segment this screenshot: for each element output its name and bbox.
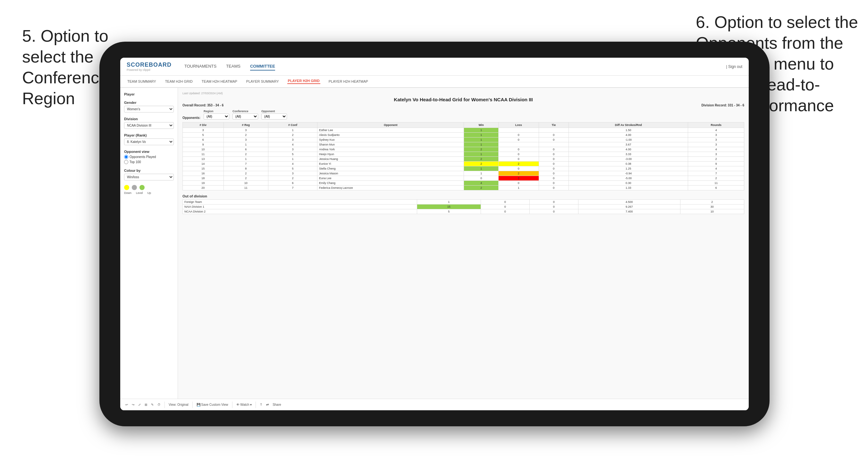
last-updated: Last Updated: 27/03/2024 (AM) xyxy=(182,92,744,95)
col-opponent: Opponent xyxy=(317,122,464,128)
conference-filter-label: Conference xyxy=(232,110,258,113)
filter-row: Opponents: Region (All) Conference (All) xyxy=(182,110,744,120)
division-record: Division Record: 331 - 34 - 6 xyxy=(702,103,744,107)
table-row: 1585Stella Cheng 1001.254 xyxy=(183,166,744,171)
table-row: 331Esther Lee 11.504 xyxy=(183,128,744,133)
division-select[interactable]: NCAA Division III xyxy=(124,122,174,129)
table-row: NCAA Division 2 5007.40010 xyxy=(183,209,744,214)
sub-nav-team-h2h-heatmap[interactable]: TEAM H2H HEATMAP xyxy=(201,80,238,83)
gender-select[interactable]: Women's xyxy=(124,106,174,113)
table-row: 914Sharon Mun 13.673 xyxy=(183,142,744,147)
nav-links: TOURNAMENTS TEAMS COMMITTEE xyxy=(184,62,726,70)
sub-nav-team-h2h-grid[interactable]: TEAM H2H GRID xyxy=(164,80,193,83)
toolbar-divider-1 xyxy=(164,402,165,408)
logo-text: SCOREBOARD xyxy=(127,62,172,68)
col-win: Win xyxy=(464,122,499,128)
opponents-played-radio[interactable] xyxy=(124,155,128,159)
top-100-label: Top 100 xyxy=(129,160,141,164)
tablet-screen: SCOREBOARD Powered by clippd TOURNAMENTS… xyxy=(120,58,749,410)
toolbar-save-custom-view[interactable]: 💾 Save Custom View xyxy=(196,403,228,406)
toolbar-divider-3 xyxy=(232,402,232,408)
opponent-filter-label: Opponent xyxy=(261,110,287,113)
overall-record: Overall Record: 353 - 34 - 6 xyxy=(182,103,223,107)
table-row: Foreign Team 1004.5002 xyxy=(183,200,744,205)
col-conf: # Conf xyxy=(268,122,317,128)
nav-bar: SCOREBOARD Powered by clippd TOURNAMENTS… xyxy=(120,58,749,75)
toolbar-export[interactable]: ⤒ xyxy=(260,403,262,406)
sub-nav-player-h2h-heatmap[interactable]: PLAYER H2H HEATMAP xyxy=(328,80,369,83)
table-row: 1311Jessica Huang 200-3.002 xyxy=(183,157,744,161)
sidebar-player-rank-label: Player (Rank) xyxy=(124,133,174,137)
table-row: 633Sydney Kuo 100-1.003 xyxy=(183,137,744,142)
table-row: NAIA Division 1 15009.26730 xyxy=(183,205,744,209)
legend-label-level: Level xyxy=(136,191,143,194)
opponent-filter-select[interactable]: (All) xyxy=(261,114,287,120)
sub-nav-player-summary[interactable]: PLAYER SUMMARY xyxy=(246,80,280,83)
out-of-division-title: Out of division xyxy=(182,194,744,198)
toolbar-view-original[interactable]: View: Original xyxy=(169,403,189,406)
out-of-division-table: Foreign Team 1004.5002 NAIA Division 1 1… xyxy=(182,199,744,214)
table-row: 20117Federica Domecq Lacroze 2101.336 xyxy=(183,186,744,190)
legend xyxy=(124,185,174,190)
toolbar-watch[interactable]: 👁 Watch ▾ xyxy=(236,403,252,406)
sub-nav-player-h2h-grid[interactable]: PLAYER H2H GRID xyxy=(287,79,320,84)
table-row: 1822Euna Lee 030-5.002 xyxy=(183,176,744,181)
h2h-table: # Div # Reg # Conf Opponent Win Loss Tie… xyxy=(182,122,744,190)
opponent-view-label: Opponent view xyxy=(124,150,174,154)
legend-label-down: Down xyxy=(124,191,131,194)
toolbar-divider-4 xyxy=(255,402,256,408)
nav-committee[interactable]: COMMITTEE xyxy=(250,62,275,70)
table-row: 1474Eunice Yi 2200.389 xyxy=(183,161,744,166)
conference-filter-select[interactable]: (All) xyxy=(232,114,258,120)
sidebar-player-label: Player xyxy=(124,92,174,96)
legend-dot-up xyxy=(140,185,145,190)
scoreboard-logo: SCOREBOARD Powered by clippd xyxy=(127,62,172,71)
col-diff: Diff Av Strokes/Rnd xyxy=(569,122,688,128)
toolbar-grid[interactable]: ⊞ xyxy=(145,403,147,406)
toolbar-redo-step[interactable]: ↪ xyxy=(132,403,134,406)
col-reg: # Reg xyxy=(223,122,268,128)
nav-tournaments[interactable]: TOURNAMENTS xyxy=(184,62,216,70)
legend-dot-level xyxy=(132,185,137,190)
bottom-toolbar: ↩ ↪ ⤢ ⊞ ✎ ⏱ View: Original 💾 Save Custom… xyxy=(120,399,749,410)
toolbar-compare[interactable]: ⇄ xyxy=(266,403,269,406)
col-loss: Loss xyxy=(498,122,539,128)
sidebar: Player Gender Women's Division NCAA Divi… xyxy=(120,88,178,399)
grid-title: Katelyn Vo Head-to-Head Grid for Women's… xyxy=(182,97,744,102)
toolbar-divider-2 xyxy=(192,402,193,408)
sidebar-division-label: Division xyxy=(124,117,174,121)
top-100-radio[interactable] xyxy=(124,160,128,164)
table-row: 19106Emily Chang 4000.3011 xyxy=(183,181,744,186)
table-row: 522Alexis Sudjianto 1004.003 xyxy=(183,133,744,137)
region-filter-label: Region xyxy=(204,110,229,113)
nav-teams[interactable]: TEAMS xyxy=(226,62,241,70)
conference-filter-group: Conference (All) xyxy=(232,110,258,120)
opponent-filter-group: Opponent (All) xyxy=(261,110,287,120)
region-filter-group: Region (All) xyxy=(204,110,229,120)
logo-subtext: Powered by clippd xyxy=(127,68,172,71)
legend-dot-down xyxy=(124,185,129,190)
table-row: 1125Heejo Hyun 1003.333 xyxy=(183,152,744,157)
sidebar-gender-label: Gender xyxy=(124,101,174,104)
col-tie: Tie xyxy=(539,122,569,128)
toolbar-expand[interactable]: ⤢ xyxy=(138,403,141,406)
data-area: Last Updated: 27/03/2024 (AM) Katelyn Vo… xyxy=(178,88,749,399)
colour-by-select[interactable]: Win/loss xyxy=(124,174,174,181)
region-filter-select[interactable]: (All) xyxy=(204,114,229,120)
col-div: # Div xyxy=(183,122,224,128)
legend-label-up: Up xyxy=(148,191,151,194)
player-rank-select[interactable]: 8. Katelyn Vo xyxy=(124,138,174,145)
nav-sign-out[interactable]: | Sign out xyxy=(726,64,742,69)
sub-nav-team-summary[interactable]: TEAM SUMMARY xyxy=(127,80,157,83)
toolbar-clock[interactable]: ⏱ xyxy=(157,403,161,406)
tablet-frame: SCOREBOARD Powered by clippd TOURNAMENTS… xyxy=(99,42,770,426)
toolbar-undo[interactable]: ↩ xyxy=(125,403,128,406)
main-content: Player Gender Women's Division NCAA Divi… xyxy=(120,88,749,399)
toolbar-share[interactable]: Share xyxy=(273,403,281,406)
opponents-played-label: Opponents Played xyxy=(129,155,156,159)
records-row: Overall Record: 353 - 34 - 6 Division Re… xyxy=(182,103,744,107)
table-row: 1063Andrea York 2004.004 xyxy=(183,147,744,152)
toolbar-edit[interactable]: ✎ xyxy=(151,403,154,406)
col-rounds: Rounds xyxy=(688,122,744,128)
opponents-prefix: Opponents: xyxy=(182,116,200,120)
